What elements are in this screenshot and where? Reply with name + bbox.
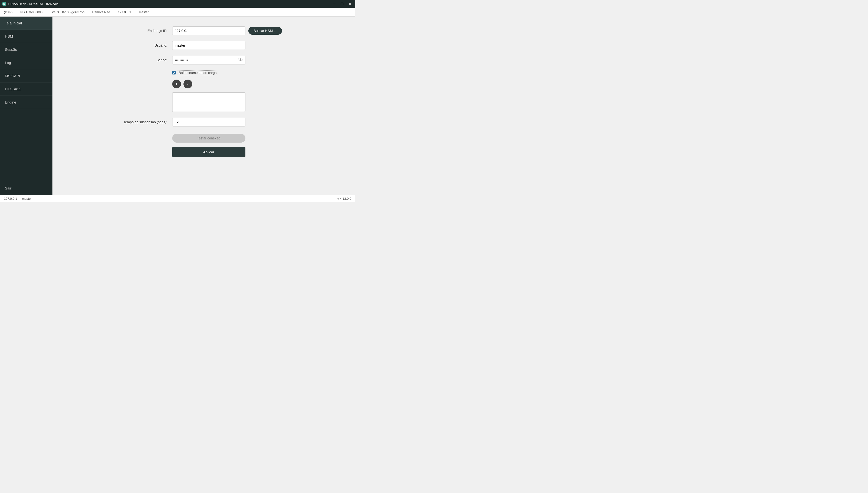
buscar-hsm-button[interactable]: Buscar HSM ... [248,27,282,35]
title-bar-left: D DINAMOcon - KEY-STATION\Nadia [2,2,59,6]
password-wrapper [172,56,246,64]
usuario-row: Usuário: [118,41,289,50]
hsm-list-box[interactable] [172,92,246,112]
sidebar-item-hsm[interactable]: HSM [0,30,52,43]
list-area-row [118,92,289,112]
status-dxp: (DXP) [4,10,13,14]
window-controls: ─ □ ✕ [331,1,353,6]
status-left: 127.0.0.1 master [4,197,32,200]
tempo-input[interactable] [172,118,246,127]
window-title: DINAMOcon - KEY-STATION\Nadia [8,2,59,6]
bottom-status-user: master [22,197,32,200]
balanceamento-row: Balanceamento de carga [118,70,289,75]
toggle-password-icon[interactable] [238,58,243,62]
add-remove-row: + - [118,80,289,88]
status-ns: NS TCA0000000 [20,10,44,14]
status-version: v.5.3.0.0-100-gc4f375b [52,10,85,14]
aplicar-button[interactable]: Aplicar [172,147,246,157]
sidebar: Tela Inicial HSM Sessão Log MS CAPI PKCS… [0,17,52,195]
usuario-input[interactable] [172,41,246,50]
sidebar-item-log[interactable]: Log [0,56,52,69]
status-ip: 127.0.0.1 [118,10,131,14]
tempo-label: Tempo de suspensão (segs): [118,120,172,124]
balanceamento-checkbox[interactable] [172,71,176,74]
usuario-label: Usuário: [118,43,172,47]
sidebar-item-sessao[interactable]: Sessão [0,43,52,56]
title-bar: D DINAMOcon - KEY-STATION\Nadia ─ □ ✕ [0,0,355,8]
endereco-ip-label: Endereço IP: [118,29,172,33]
endereco-ip-row: Endereço IP: Buscar HSM ... [118,26,289,35]
minimize-button[interactable]: ─ [331,1,338,6]
senha-label: Senha: [118,58,172,62]
status-branch: master [139,10,149,14]
testar-conexao-button[interactable]: Testar conexão [172,134,246,143]
remove-button[interactable]: - [183,80,192,88]
senha-input[interactable] [172,56,246,64]
app-logo: D [2,2,6,6]
sidebar-item-pkcs11[interactable]: PKCS#11 [0,83,52,96]
top-status-bar: (DXP) NS TCA0000000 v.5.3.0.0-100-gc4f37… [0,8,355,17]
sidebar-item-tela-inicial[interactable]: Tela Inicial [0,17,52,30]
add-button[interactable]: + [172,80,181,88]
balanceamento-label: Balanceamento de carga [178,70,218,75]
sidebar-spacer [0,109,52,182]
main-layout: Tela Inicial HSM Sessão Log MS CAPI PKCS… [0,17,355,195]
endereco-ip-input[interactable] [172,26,246,35]
bottom-status-bar: 127.0.0.1 master v 4.13.0.0 [0,195,355,202]
bottom-status-version: v 4.13.0.0 [337,197,351,200]
close-button[interactable]: ✕ [346,1,353,6]
tempo-suspensao-row: Tempo de suspensão (segs): [118,118,289,127]
ip-input-group: Buscar HSM ... [172,26,289,35]
content-area: Endereço IP: Buscar HSM ... Usuário: Sen… [52,17,355,195]
sidebar-item-sair[interactable]: Sair [0,182,52,195]
sidebar-item-engine[interactable]: Engine [0,96,52,109]
maximize-button[interactable]: □ [339,1,345,6]
status-remote: Remote Não [92,10,110,14]
sidebar-item-ms-capi[interactable]: MS CAPI [0,69,52,83]
form-section: Endereço IP: Buscar HSM ... Usuário: Sen… [118,26,289,157]
senha-row: Senha: [118,56,289,64]
buttons-row: Testar conexão Aplicar [118,134,289,157]
bottom-status-ip: 127.0.0.1 [4,197,17,200]
